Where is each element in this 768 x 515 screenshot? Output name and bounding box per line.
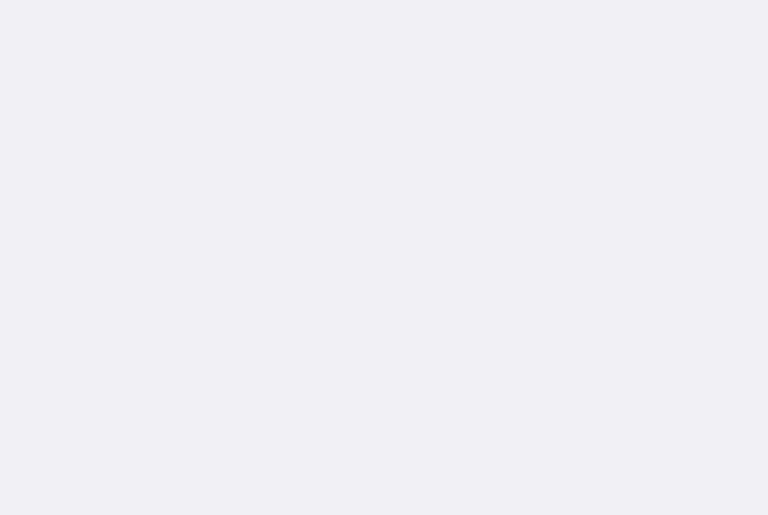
- arrows-svg: [0, 0, 768, 515]
- flowchart-diagram: [0, 0, 768, 515]
